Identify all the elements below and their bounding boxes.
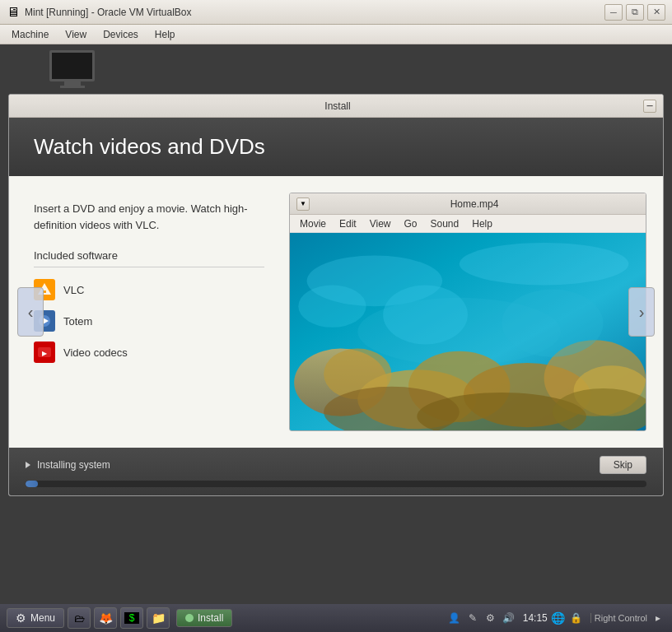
minimize-button[interactable]: ─ <box>604 4 623 21</box>
svg-point-21 <box>502 290 603 357</box>
right-control-label: Right Control <box>590 613 647 623</box>
tray-settings-icon[interactable]: ⚙ <box>483 611 498 625</box>
menu-machine[interactable]: Machine <box>3 27 57 42</box>
monitor-area <box>0 44 672 94</box>
status-text: Installing system <box>37 459 110 471</box>
folder-button[interactable]: 📁 <box>147 607 170 629</box>
menu-devices[interactable]: Devices <box>95 27 147 42</box>
player-menu-help[interactable]: Help <box>465 217 499 230</box>
terminal-button[interactable]: $ <box>120 607 143 629</box>
files-button[interactable]: 🗁 <box>68 607 91 629</box>
player-menu-view[interactable]: View <box>363 217 398 230</box>
software-item-codecs: ▶ Video codecs <box>34 337 264 368</box>
svg-text:▶: ▶ <box>42 350 48 357</box>
svg-point-20 <box>383 285 468 344</box>
tray-user-icon[interactable]: 👤 <box>447 611 462 625</box>
player-menu-edit[interactable]: Edit <box>333 217 363 230</box>
taskbar: ⚙ Menu 🗁 🦊 $ 📁 Install 👤 ✎ ⚙ 🔊 14:15 🌐 🔒… <box>0 604 672 632</box>
player-menubar: Movie Edit View Go Sound Help <box>290 215 646 233</box>
install-header: Watch videos and DVDs <box>9 118 663 176</box>
install-header-title: Watch videos and DVDs <box>34 134 265 159</box>
player-video <box>290 233 646 430</box>
browser-icon: 🦊 <box>99 611 113 625</box>
tray-lock-icon: 🔒 <box>569 611 584 625</box>
install-content: ‹ Insert a DVD and enjoy a movie. Watch … <box>9 176 663 448</box>
tray-sound-icon[interactable]: 🔊 <box>502 611 516 625</box>
player-titlebar: ▼ Home.mp4 <box>290 193 646 215</box>
install-status: Installing system Skip <box>9 448 663 495</box>
clock: 14:15 <box>523 612 548 624</box>
install-taskbar-button[interactable]: Install <box>176 609 232 627</box>
triangle-icon <box>26 462 30 468</box>
system-tray: 👤 ✎ ⚙ 🔊 14:15 🌐 🔒 Right Control ▸ <box>447 611 665 625</box>
monitor-icon <box>49 50 95 88</box>
description-text: Insert a DVD and enjoy a movie. Watch hi… <box>34 201 264 233</box>
install-window: Install ─ Watch videos and DVDs ‹ Insert… <box>8 94 664 496</box>
gear-icon: ⚙ <box>16 611 26 625</box>
install-minimize-button[interactable]: ─ <box>643 100 656 113</box>
install-titlebar: Install ─ <box>9 95 663 118</box>
status-row: Installing system Skip <box>26 456 646 474</box>
player-menu-go[interactable]: Go <box>398 217 424 230</box>
software-label: Included software <box>34 249 264 267</box>
left-panel: Insert a DVD and enjoy a movie. Watch hi… <box>26 193 273 431</box>
folder-icon: 📁 <box>152 611 166 625</box>
player-menu-movie[interactable]: Movie <box>293 217 333 230</box>
install-taskbar-label: Install <box>198 612 223 624</box>
menu-view[interactable]: View <box>57 27 95 42</box>
progress-bar-fill <box>26 481 38 487</box>
player-menu-sound[interactable]: Sound <box>424 217 466 230</box>
next-arrow-button[interactable]: › <box>628 287 655 337</box>
files-icon: 🗁 <box>74 612 85 625</box>
vlc-label: VLC <box>63 284 84 296</box>
menu-label: Menu <box>30 612 55 624</box>
menu-bar: Machine View Devices Help <box>0 25 672 44</box>
menu-button[interactable]: ⚙ Menu <box>7 608 64 628</box>
software-item-totem: Totem <box>34 305 264 337</box>
install-window-title: Install <box>32 100 643 112</box>
skip-button[interactable]: Skip <box>600 456 646 474</box>
media-player: ▼ Home.mp4 Movie Edit View Go Sound Help <box>289 193 646 431</box>
install-dot <box>185 614 194 622</box>
menu-help[interactable]: Help <box>147 27 184 42</box>
codecs-label: Video codecs <box>63 346 128 359</box>
window-controls: ─ ⧉ ✕ <box>604 4 665 21</box>
window-title: Mint [Running] - Oracle VM VirtualBox <box>25 7 604 18</box>
tray-flag-icon: 🌐 <box>551 611 566 625</box>
svg-point-22 <box>298 285 366 327</box>
svg-point-8 <box>460 243 629 285</box>
tray-network-icon[interactable]: ✎ <box>465 611 480 625</box>
progress-bar <box>26 481 646 487</box>
totem-label: Totem <box>63 315 92 328</box>
close-button[interactable]: ✕ <box>647 4 665 21</box>
codec-icon: ▶ <box>34 342 55 363</box>
tray-extra-icon: ▸ <box>651 611 665 625</box>
restore-button[interactable]: ⧉ <box>626 4 644 21</box>
browser-button[interactable]: 🦊 <box>94 607 117 629</box>
status-text-row: Installing system <box>26 459 110 471</box>
player-menu-button[interactable]: ▼ <box>296 198 310 211</box>
terminal-icon: $ <box>124 612 139 624</box>
prev-arrow-button[interactable]: ‹ <box>17 287 44 337</box>
window-titlebar: 🖥 Mint [Running] - Oracle VM VirtualBox … <box>0 0 672 25</box>
player-title: Home.mp4 <box>310 198 639 210</box>
window-icon: 🖥 <box>7 5 20 20</box>
software-item-vlc: VLC <box>34 274 264 305</box>
